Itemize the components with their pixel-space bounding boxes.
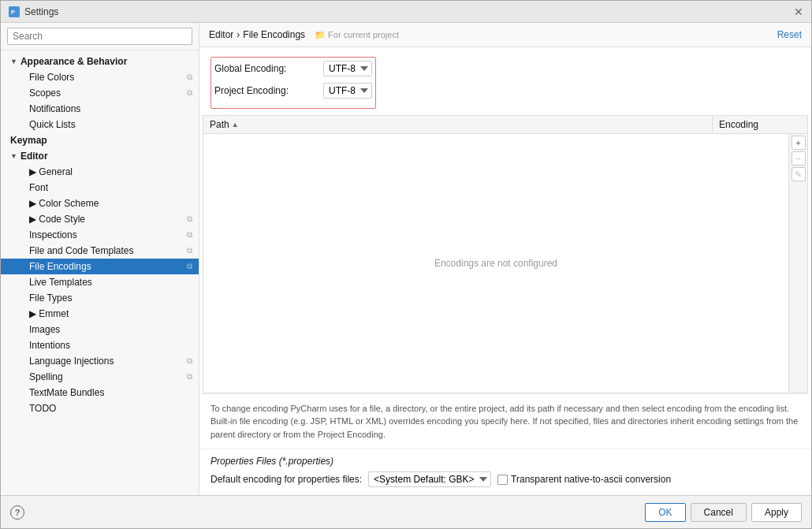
sidebar-item-inspections[interactable]: Inspections ⧉ — [1, 227, 199, 243]
sidebar-section-label: Editor — [20, 151, 48, 162]
settings-window: P Settings ✕ ▼ Appearance & Behavior Fil… — [0, 0, 812, 529]
chevron-down-icon: ▼ — [10, 58, 17, 65]
copy-icon: ⧉ — [187, 356, 192, 366]
sidebar-item-notifications[interactable]: Notifications — [1, 101, 199, 117]
sidebar-item-label: Inspections — [29, 229, 77, 240]
encoding-select-group: Global Encoding: UTF-8 Project Encoding:… — [210, 57, 376, 109]
global-encoding-select[interactable]: UTF-8 — [323, 61, 372, 76]
edit-encoding-button[interactable]: ✎ — [792, 167, 806, 181]
table-area: Path ▲ Encoding Encodings are not config… — [199, 115, 811, 393]
sidebar-item-images[interactable]: Images — [1, 322, 199, 337]
sidebar-item-language-injections[interactable]: Language Injections ⧉ — [1, 353, 199, 369]
sidebar-item-live-templates[interactable]: Live Templates — [1, 274, 199, 290]
sidebar-item-todo[interactable]: TODO — [1, 400, 199, 416]
svg-text:P: P — [11, 9, 15, 15]
transparent-label: Transparent native-to-ascii conversion — [511, 474, 671, 485]
sidebar-item-label: File and Code Templates — [29, 245, 134, 256]
sort-icon: ▲ — [232, 121, 239, 129]
nav-tree: ▼ Appearance & Behavior File Colors ⧉ Sc… — [1, 50, 199, 495]
close-button[interactable]: ✕ — [794, 6, 803, 17]
sidebar-item-scopes[interactable]: Scopes ⧉ — [1, 85, 199, 101]
default-encoding-label: Default encoding for properties files: — [210, 474, 362, 485]
footer-right: OK Cancel Apply — [645, 503, 802, 522]
sidebar-item-code-style[interactable]: ▶ Code Style ⧉ — [1, 211, 199, 227]
sidebar-item-keymap[interactable]: Keymap — [1, 132, 199, 148]
sidebar: ▼ Appearance & Behavior File Colors ⧉ Sc… — [1, 23, 199, 495]
sidebar-item-label: ▶ General — [29, 166, 73, 177]
footer: ? OK Cancel Apply — [1, 495, 811, 528]
sidebar-item-label: Images — [29, 324, 60, 335]
copy-icon: ⧉ — [187, 262, 192, 271]
reset-link[interactable]: Reset — [777, 29, 802, 40]
sidebar-item-label: Font — [29, 182, 48, 193]
sidebar-item-file-encodings[interactable]: File Encodings ⧉ — [1, 259, 199, 274]
app-icon: P — [9, 6, 20, 17]
sidebar-section-label: Appearance & Behavior — [20, 56, 127, 67]
sidebar-item-intentions[interactable]: Intentions — [1, 337, 199, 353]
content-area: ▼ Appearance & Behavior File Colors ⧉ Sc… — [1, 23, 811, 495]
sidebar-item-label: ▶ Emmet — [29, 308, 69, 319]
copy-icon: ⧉ — [187, 73, 192, 82]
sidebar-item-file-types[interactable]: File Types — [1, 290, 199, 306]
copy-icon: ⧉ — [187, 230, 192, 240]
sidebar-item-label: ▶ Code Style — [29, 214, 85, 225]
sidebar-item-label: File Encodings — [29, 261, 91, 272]
sidebar-item-label: Language Injections — [29, 356, 114, 367]
main-body: Global Encoding: UTF-8 Project Encoding:… — [199, 47, 811, 495]
project-encoding-row: Project Encoding: UTF-8 — [214, 83, 372, 99]
default-encoding-select[interactable]: <System Default: GBK> — [368, 471, 491, 487]
apply-button[interactable]: Apply — [751, 503, 802, 522]
title-bar: P Settings ✕ — [1, 1, 811, 23]
sidebar-item-spelling[interactable]: Spelling ⧉ — [1, 369, 199, 385]
sidebar-item-label: ▶ Color Scheme — [29, 198, 99, 209]
search-input[interactable] — [7, 28, 192, 45]
sidebar-item-textmate-bundles[interactable]: TextMate Bundles — [1, 385, 199, 400]
sidebar-item-quick-lists[interactable]: Quick Lists — [1, 117, 199, 132]
properties-row: Default encoding for properties files: <… — [210, 471, 800, 487]
copy-icon: ⧉ — [187, 246, 192, 255]
folder-icon: 📁 — [315, 30, 326, 40]
breadcrumb-current: File Encodings — [243, 29, 305, 40]
for-project-label: 📁 For current project — [315, 30, 399, 40]
transparent-checkbox[interactable] — [497, 475, 508, 485]
sidebar-item-emmet[interactable]: ▶ Emmet — [1, 306, 199, 322]
copy-icon: ⧉ — [187, 372, 192, 382]
project-encoding-label: Project Encoding: — [214, 85, 317, 96]
encoding-form: Global Encoding: UTF-8 Project Encoding:… — [199, 47, 811, 115]
global-encoding-row: Global Encoding: UTF-8 — [214, 61, 372, 76]
sidebar-item-font[interactable]: Font — [1, 180, 199, 196]
properties-title: Properties Files (*.properties) — [210, 456, 800, 467]
add-encoding-button[interactable]: + — [792, 136, 806, 150]
table-wrapper: Encodings are not configured + − ✎ — [203, 133, 808, 393]
transparent-checkbox-wrap[interactable]: Transparent native-to-ascii conversion — [497, 474, 671, 485]
sidebar-item-editor[interactable]: ▼ Editor — [1, 148, 199, 164]
title-bar-left: P Settings — [9, 6, 58, 17]
main-content: Editor › File Encodings 📁 For current pr… — [199, 23, 811, 495]
project-encoding-select[interactable]: UTF-8 — [323, 83, 372, 99]
sidebar-section-label: Keymap — [10, 135, 47, 146]
breadcrumb: Editor › File Encodings 📁 For current pr… — [209, 29, 399, 40]
search-box — [1, 23, 199, 50]
chevron-down-icon: ▼ — [10, 152, 17, 160]
sidebar-item-file-code-templates[interactable]: File and Code Templates ⧉ — [1, 243, 199, 259]
window-title: Settings — [24, 6, 58, 17]
cancel-button[interactable]: Cancel — [691, 503, 747, 522]
sidebar-item-label: TextMate Bundles — [29, 387, 104, 398]
sidebar-item-label: Live Templates — [29, 277, 92, 288]
footer-left: ? — [10, 505, 24, 520]
table-empty-message: Encodings are not configured — [203, 134, 788, 393]
sidebar-item-general[interactable]: ▶ General — [1, 164, 199, 180]
sidebar-item-appearance-behavior[interactable]: ▼ Appearance & Behavior — [1, 54, 199, 69]
sidebar-item-file-colors[interactable]: File Colors ⧉ — [1, 69, 199, 85]
ok-button[interactable]: OK — [645, 503, 685, 522]
help-button[interactable]: ? — [10, 505, 24, 520]
info-text: To change encoding PyCharm uses for a fi… — [199, 393, 811, 449]
encoding-column-header: Encoding — [713, 116, 807, 133]
path-column-header: Path ▲ — [203, 116, 713, 133]
remove-encoding-button[interactable]: − — [792, 151, 806, 166]
breadcrumb-parent: Editor — [209, 29, 233, 40]
global-encoding-label: Global Encoding: — [214, 63, 317, 74]
main-header: Editor › File Encodings 📁 For current pr… — [199, 23, 811, 47]
table-action-buttons: + − ✎ — [788, 134, 807, 393]
sidebar-item-color-scheme[interactable]: ▶ Color Scheme — [1, 196, 199, 211]
